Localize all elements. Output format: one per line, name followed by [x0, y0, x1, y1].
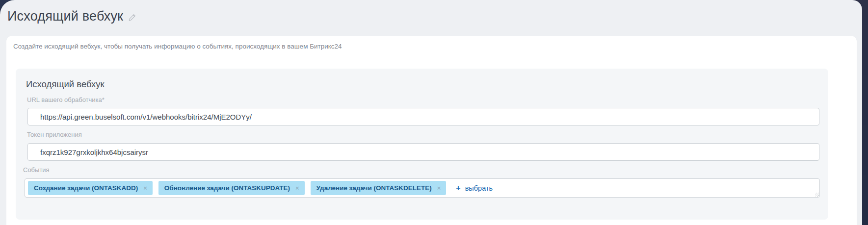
- plus-icon: +: [456, 184, 460, 192]
- page-title: Исходящий вебхук: [7, 9, 123, 24]
- app-token-label: Токен приложения: [27, 131, 82, 138]
- content-panel: Создайте исходящий вебхук, чтобы получат…: [6, 36, 857, 225]
- remove-tag-icon[interactable]: ×: [436, 184, 442, 192]
- handler-url-input[interactable]: [27, 108, 819, 125]
- form-heading: Исходящий вебхук: [26, 79, 105, 90]
- add-event-label: выбрать: [465, 184, 493, 192]
- event-tag-label: Удаление задачи (ONTASKDELETE): [316, 184, 432, 192]
- remove-tag-icon[interactable]: ×: [294, 184, 300, 192]
- events-tag-box[interactable]: Создание задачи (ONTASKADD) × Обновление…: [25, 178, 820, 198]
- add-event-link[interactable]: + выбрать: [456, 184, 493, 192]
- slider-page: Исходящий вебхук Создайте исходящий вебх…: [0, 0, 862, 225]
- app-token-input[interactable]: [27, 143, 819, 161]
- webhook-description: Создайте исходящий вебхук, чтобы получат…: [13, 43, 342, 50]
- edit-title-pencil-icon[interactable]: [128, 13, 136, 22]
- event-tag[interactable]: Удаление задачи (ONTASKDELETE) ×: [311, 181, 447, 195]
- event-tag[interactable]: Обновление задачи (ONTASKUPDATE) ×: [158, 181, 305, 195]
- event-tag[interactable]: Создание задачи (ONTASKADD) ×: [28, 181, 153, 195]
- handler-url-label: URL вашего обработчика*: [27, 96, 105, 103]
- remove-tag-icon[interactable]: ×: [142, 184, 148, 192]
- event-tag-label: Обновление задачи (ONTASKUPDATE): [164, 184, 290, 192]
- page-header: Исходящий вебхук: [7, 9, 136, 24]
- resize-grip-icon[interactable]: [815, 193, 819, 197]
- events-label: События: [23, 166, 50, 174]
- event-tag-label: Создание задачи (ONTASKADD): [34, 184, 138, 192]
- webhook-form-card: Исходящий вебхук URL вашего обработчика*…: [16, 69, 828, 220]
